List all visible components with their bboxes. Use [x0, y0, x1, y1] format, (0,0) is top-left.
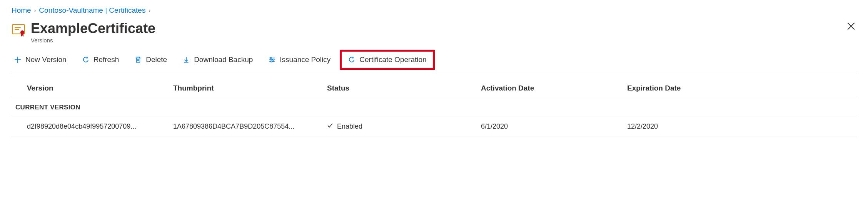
trash-icon: [134, 56, 142, 64]
breadcrumb-vault[interactable]: Contoso-Vaultname | Certificates: [39, 6, 145, 15]
certificate-operation-label: Certificate Operation: [359, 55, 426, 64]
cell-thumbprint: 1A67809386D4BCA7B9D205C87554...: [173, 122, 327, 131]
sync-icon: [348, 56, 356, 64]
close-button[interactable]: [846, 21, 856, 33]
delete-label: Delete: [146, 55, 167, 64]
svg-point-3: [20, 30, 24, 34]
svg-point-5: [273, 59, 274, 60]
table-header-row: Version Thumbprint Status Activation Dat…: [12, 81, 856, 98]
page-subtitle: Versions: [31, 37, 155, 44]
certificate-operation-button[interactable]: Certificate Operation: [346, 54, 429, 65]
plus-icon: [14, 56, 22, 64]
chevron-right-icon: ›: [149, 7, 150, 13]
svg-point-4: [270, 57, 272, 59]
col-status[interactable]: Status: [327, 84, 481, 92]
download-backup-label: Download Backup: [194, 55, 253, 64]
versions-table: Version Thumbprint Status Activation Dat…: [12, 73, 856, 136]
chevron-right-icon: ›: [34, 7, 36, 13]
refresh-icon: [82, 56, 90, 64]
table-row[interactable]: d2f98920d8e04cb49f9957200709... 1A678093…: [12, 117, 856, 136]
col-thumbprint[interactable]: Thumbprint: [173, 84, 327, 92]
breadcrumb: Home › Contoso-Vaultname | Certificates …: [12, 5, 856, 21]
certificate-icon: [12, 23, 25, 37]
issuance-policy-label: Issuance Policy: [280, 55, 331, 64]
col-expiration[interactable]: Expiration Date: [627, 84, 856, 92]
svg-point-6: [270, 60, 272, 62]
col-activation[interactable]: Activation Date: [481, 84, 627, 92]
highlight-box: Certificate Operation: [340, 50, 434, 70]
section-current-version: CURRENT VERSION: [12, 98, 856, 117]
command-bar: New Version Refresh Delete: [12, 44, 856, 73]
cell-status: Enabled: [327, 122, 481, 131]
issuance-policy-button[interactable]: Issuance Policy: [266, 54, 333, 65]
section-label: CURRENT VERSION: [12, 104, 856, 111]
breadcrumb-home[interactable]: Home: [12, 6, 31, 15]
page-title: ExampleCertificate: [31, 21, 155, 36]
cell-version: d2f98920d8e04cb49f9957200709...: [27, 122, 173, 131]
delete-button[interactable]: Delete: [132, 54, 169, 65]
settings-sliders-icon: [268, 56, 276, 64]
cell-expiration: 12/2/2020: [627, 122, 856, 131]
check-icon: [327, 122, 333, 130]
new-version-button[interactable]: New Version: [12, 54, 69, 65]
cell-activation: 6/1/2020: [481, 122, 627, 131]
status-text: Enabled: [337, 122, 362, 131]
download-backup-button[interactable]: Download Backup: [180, 54, 255, 65]
refresh-button[interactable]: Refresh: [80, 54, 122, 65]
col-version[interactable]: Version: [27, 84, 173, 92]
download-icon: [182, 56, 190, 64]
new-version-label: New Version: [25, 55, 67, 64]
refresh-label: Refresh: [93, 55, 119, 64]
